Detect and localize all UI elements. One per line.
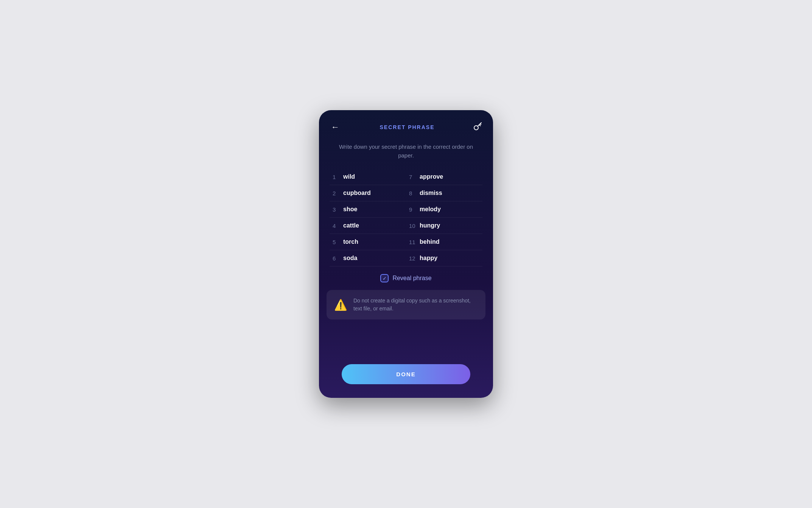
- word-num: 9: [409, 206, 420, 213]
- word-text: cupboard: [343, 190, 371, 196]
- key-icon[interactable]: [473, 122, 482, 133]
- word-num: 6: [333, 255, 343, 262]
- word-row: 4 cattle: [330, 218, 406, 234]
- warning-text: Do not create a digital copy such as a s…: [353, 297, 478, 313]
- word-col-right: 7 approve 8 dismiss 9 melody 10 hungry 1…: [406, 169, 482, 266]
- word-num: 4: [333, 223, 343, 229]
- word-row: 11 behind: [406, 234, 482, 250]
- word-row: 10 hungry: [406, 218, 482, 234]
- word-text: wild: [343, 173, 355, 180]
- page-title: SECRET PHRASE: [380, 124, 434, 130]
- word-text: soda: [343, 255, 357, 262]
- word-num: 8: [409, 190, 420, 196]
- word-num: 12: [409, 255, 420, 262]
- word-text: cattle: [343, 222, 359, 229]
- word-text: behind: [420, 238, 439, 245]
- word-num: 2: [333, 190, 343, 196]
- word-row: 12 happy: [406, 250, 482, 266]
- word-num: 1: [333, 174, 343, 180]
- word-num: 5: [333, 239, 343, 245]
- word-row: 7 approve: [406, 169, 482, 185]
- word-row: 2 cupboard: [330, 185, 406, 201]
- word-row: 8 dismiss: [406, 185, 482, 201]
- word-text: happy: [420, 255, 437, 262]
- back-button[interactable]: ←: [330, 121, 341, 134]
- word-row: 6 soda: [330, 250, 406, 266]
- warning-box: ⚠️ Do not create a digital copy such as …: [327, 290, 485, 319]
- word-row: 9 melody: [406, 201, 482, 218]
- word-row: 1 wild: [330, 169, 406, 185]
- word-text: dismiss: [420, 190, 442, 196]
- reveal-section: ✓ Reveal phrase: [319, 266, 493, 288]
- done-button[interactable]: DONE: [342, 364, 470, 384]
- word-num: 3: [333, 206, 343, 213]
- word-text: torch: [343, 238, 358, 245]
- checkmark-icon: ✓: [383, 276, 387, 281]
- words-grid: 1 wild 2 cupboard 3 shoe 4 cattle 5 torc…: [319, 169, 493, 266]
- word-text: approve: [420, 173, 443, 180]
- phone-container: ← SECRET PHRASE Write down your secret p…: [319, 110, 493, 398]
- header: ← SECRET PHRASE: [319, 110, 493, 140]
- word-col-left: 1 wild 2 cupboard 3 shoe 4 cattle 5 torc…: [330, 169, 406, 266]
- reveal-phrase-label[interactable]: Reveal phrase: [392, 275, 431, 282]
- back-icon: ←: [331, 122, 339, 132]
- word-num: 10: [409, 223, 420, 229]
- reveal-checkbox[interactable]: ✓: [380, 274, 389, 282]
- word-row: 3 shoe: [330, 201, 406, 218]
- word-row: 5 torch: [330, 234, 406, 250]
- done-section: DONE: [319, 360, 493, 398]
- subtitle-text: Write down your secret phrase in the cor…: [319, 140, 493, 169]
- warning-icon: ⚠️: [334, 299, 347, 311]
- word-num: 11: [409, 239, 420, 245]
- word-text: hungry: [420, 222, 440, 229]
- word-text: melody: [420, 206, 441, 213]
- word-text: shoe: [343, 206, 357, 213]
- word-num: 7: [409, 174, 420, 180]
